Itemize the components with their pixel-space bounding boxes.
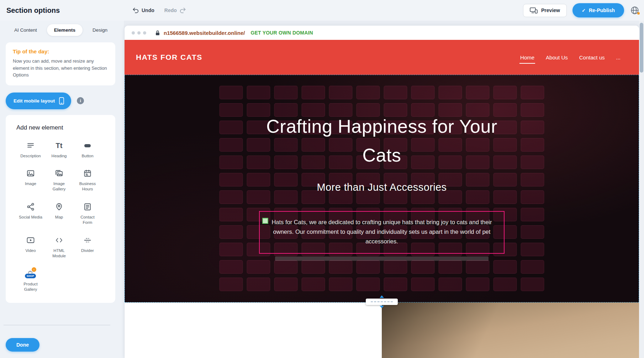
scrollbar-thumb[interactable] (640, 23, 643, 73)
page-title: Section options (6, 6, 60, 15)
sidebar-tabs: AI Content Elements Design (0, 21, 121, 37)
lock-icon (155, 30, 160, 36)
tip-body: Now you can add, move and resize any ele… (13, 58, 108, 79)
undo-icon (132, 7, 139, 14)
language-globe-icon[interactable] (630, 5, 640, 15)
nav-about-us[interactable]: About Us (546, 54, 568, 60)
tab-ai-content[interactable]: AI Content (11, 24, 41, 36)
drag-ghost-bar (275, 257, 489, 261)
heading-icon: Tt (56, 141, 63, 151)
sidebar-divider (4, 325, 110, 325)
canvas-scrollbar[interactable] (639, 21, 644, 358)
mobile-layout-row: Edit mobile layout i (6, 93, 115, 109)
pavement-photo (382, 302, 639, 358)
selected-paragraph-element[interactable]: Hats for Cats, we are dedicated to craft… (259, 211, 505, 254)
description-icon (26, 141, 35, 151)
element-item-image[interactable]: Image (16, 168, 45, 192)
element-item-image-gallery[interactable]: Image Gallery (45, 168, 73, 192)
site-header: HATS FOR CATS Home About Us Contact us .… (125, 40, 639, 75)
section-resize-handle[interactable] (366, 295, 398, 308)
browser-chrome-bar: n1566589.websitebuilder.online/ GET YOUR… (125, 26, 639, 40)
preview-button[interactable]: Preview (523, 4, 567, 17)
hero-content: Crafting Happiness for Your Cats More th… (125, 75, 639, 302)
add-new-element-card: Add new element Description Tt Heading B… (6, 115, 115, 303)
site-url[interactable]: n1566589.websitebuilder.online/ (164, 30, 245, 36)
get-your-own-domain-link[interactable]: GET YOUR OWN DOMAIN (250, 30, 313, 36)
phone-icon (59, 97, 64, 105)
nav-home[interactable]: Home (520, 54, 534, 60)
hero-heading[interactable]: Crafting Happiness for Your Cats (257, 112, 506, 169)
editor-canvas: n1566589.websitebuilder.online/ GET YOUR… (124, 21, 639, 358)
element-item-html-module[interactable]: HTML Module (45, 235, 73, 259)
contact-form-icon (83, 202, 92, 212)
hero-paragraph: Hats for Cats, we are dedicated to craft… (270, 217, 494, 246)
shop-badge: SHOP (25, 274, 36, 278)
business-hours-icon (83, 168, 92, 178)
hero-section[interactable]: Crafting Happiness for Your Cats More th… (125, 75, 639, 302)
element-item-video[interactable]: Video (16, 235, 45, 259)
resize-arrow-up-icon (380, 295, 384, 298)
tip-of-the-day-card: Tip of the day: Now you can add, move an… (6, 42, 115, 85)
browser-window: n1566589.websitebuilder.online/ GET YOUR… (125, 26, 639, 358)
next-section (125, 302, 639, 358)
undo-redo-group: Undo Redo (132, 0, 186, 21)
element-item-business-hours[interactable]: Business Hours (73, 168, 102, 192)
window-control-dots (132, 31, 146, 35)
tab-design[interactable]: Design (89, 24, 111, 36)
element-item-product-gallery[interactable]: SHOP ↑ Product Gallery (16, 269, 45, 292)
element-item-description[interactable]: Description (16, 141, 45, 159)
nav-more[interactable]: ... (616, 54, 621, 60)
redo-button[interactable]: Redo (164, 7, 186, 14)
element-item-heading[interactable]: Tt Heading (45, 141, 73, 159)
republish-button[interactable]: ✓ Re-Publish (572, 3, 624, 17)
topbar-actions: Preview ✓ Re-Publish (523, 0, 640, 21)
undo-button[interactable]: Undo (132, 7, 154, 14)
site-logo[interactable]: HATS FOR CATS (136, 53, 202, 62)
upgrade-badge-icon: ↑ (32, 267, 36, 272)
republish-label: Re-Publish (589, 7, 615, 13)
preview-label: Preview (541, 7, 560, 13)
done-button[interactable]: Done (6, 338, 39, 352)
window-dot (143, 31, 146, 35)
element-item-button[interactable]: Button (73, 141, 102, 159)
redo-icon (179, 7, 186, 14)
element-item-map[interactable]: Map (45, 202, 73, 225)
image-gallery-icon (55, 168, 63, 178)
site-nav: Home About Us Contact us ... (520, 54, 621, 60)
map-icon (55, 202, 63, 212)
check-icon: ✓ (582, 8, 586, 13)
tab-elements[interactable]: Elements (47, 24, 83, 36)
preview-devices-icon (530, 7, 538, 14)
info-icon[interactable]: i (77, 97, 84, 104)
edit-mobile-layout-label: Edit mobile layout (14, 98, 55, 104)
element-item-social-media[interactable]: Social Media (16, 202, 45, 225)
resize-arrow-down-icon (380, 306, 384, 308)
topbar: Section options Undo Redo (0, 0, 644, 21)
redo-label: Redo (164, 7, 177, 13)
hero-subheading[interactable]: More than Just Accessories (317, 181, 447, 193)
nav-contact-us[interactable]: Contact us (579, 54, 605, 60)
social-media-icon (26, 202, 35, 212)
window-dot (132, 31, 135, 35)
video-icon (26, 235, 35, 245)
element-grid: Description Tt Heading Button Image (16, 141, 110, 292)
sidebar: AI Content Elements Design Tip of the da… (0, 21, 121, 358)
image-icon (26, 168, 35, 178)
undo-label: Undo (142, 7, 154, 13)
resize-pill (366, 299, 398, 305)
element-item-divider[interactable]: Divider (73, 235, 102, 259)
notification-dot (637, 12, 640, 15)
button-icon (83, 141, 92, 151)
window-dot (137, 31, 141, 35)
product-gallery-icon: SHOP ↑ (25, 269, 36, 279)
element-drag-handle[interactable] (262, 218, 268, 224)
tip-title: Tip of the day: (13, 48, 108, 54)
edit-mobile-layout-button[interactable]: Edit mobile layout (6, 93, 71, 109)
add-new-element-title: Add new element (16, 124, 110, 131)
element-item-contact-form[interactable]: Contact Form (73, 202, 102, 225)
divider-icon (83, 235, 92, 245)
html-module-icon (55, 235, 63, 245)
next-section-text-area (125, 302, 382, 358)
